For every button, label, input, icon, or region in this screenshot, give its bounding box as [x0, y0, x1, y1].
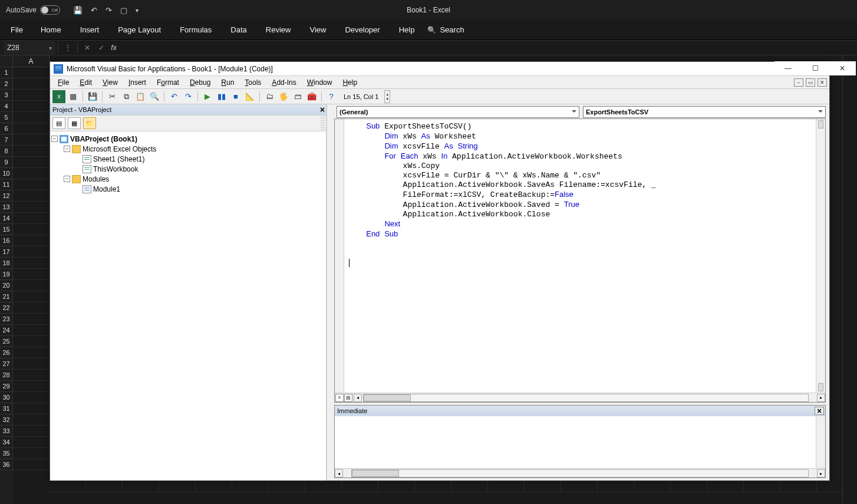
cell[interactable]: [13, 123, 50, 134]
fx-icon[interactable]: fx: [108, 41, 123, 54]
cell[interactable]: [13, 392, 50, 403]
tree-modules[interactable]: Modules: [83, 175, 109, 183]
cell[interactable]: [13, 235, 50, 246]
tab-page-layout[interactable]: Page Layout: [108, 21, 170, 39]
menu-view[interactable]: View: [97, 77, 123, 88]
cell[interactable]: [13, 224, 50, 235]
row-header[interactable]: 4: [0, 101, 13, 112]
procedure-view-icon[interactable]: ≡: [335, 394, 344, 402]
menu-tools[interactable]: Tools: [239, 77, 266, 88]
row-header[interactable]: 1: [0, 67, 13, 78]
cell[interactable]: [13, 179, 50, 190]
cell[interactable]: [13, 269, 50, 280]
expand-icon[interactable]: −: [64, 146, 70, 152]
qat-more-icon[interactable]: ▾: [136, 7, 139, 14]
mdi-minimize-icon[interactable]: –: [794, 78, 803, 87]
row-header[interactable]: 32: [0, 414, 13, 426]
undo-icon-vba[interactable]: ↶: [167, 90, 180, 103]
mdi-restore-icon[interactable]: ▭: [806, 78, 815, 87]
code-margin[interactable]: [335, 119, 344, 393]
cell[interactable]: [13, 157, 50, 168]
row-header[interactable]: 31: [0, 403, 13, 414]
cell[interactable]: [13, 358, 50, 370]
cell[interactable]: [13, 146, 50, 157]
toolbar-overflow-icon[interactable]: ▲▼: [384, 90, 390, 103]
menu-window[interactable]: Window: [302, 77, 338, 88]
row-header[interactable]: 24: [0, 325, 13, 336]
tab-developer[interactable]: Developer: [335, 21, 389, 39]
cell[interactable]: [13, 78, 50, 90]
view-code-icon[interactable]: ▤: [52, 117, 65, 129]
tree-sheet1[interactable]: Sheet1 (Sheet1): [93, 155, 144, 163]
cell[interactable]: [13, 90, 50, 101]
menu-format[interactable]: Format: [151, 77, 184, 88]
cell[interactable]: [13, 101, 50, 112]
immediate-hscrollbar[interactable]: ◂ ▸: [335, 468, 825, 477]
cell[interactable]: [13, 291, 50, 302]
tree-excel-objects[interactable]: Microsoft Excel Objects: [83, 145, 156, 153]
cell[interactable]: [13, 134, 50, 146]
menu-edit[interactable]: Edit: [74, 77, 97, 88]
row-header[interactable]: 30: [0, 392, 13, 403]
run-icon[interactable]: ▶: [201, 90, 214, 103]
window-close-icon[interactable]: ✕: [829, 61, 856, 75]
redo-icon[interactable]: ↷: [106, 6, 112, 15]
row-header[interactable]: 35: [0, 448, 13, 459]
cell[interactable]: [13, 426, 50, 437]
row-header[interactable]: 2: [0, 78, 13, 90]
row-header[interactable]: 5: [0, 112, 13, 123]
code-vscrollbar[interactable]: [816, 119, 825, 393]
row-header[interactable]: 22: [0, 302, 13, 314]
row-header[interactable]: 25: [0, 336, 13, 347]
immediate-vscrollbar[interactable]: [816, 416, 825, 468]
row-header[interactable]: 33: [0, 426, 13, 437]
view-excel-icon[interactable]: X: [52, 90, 65, 103]
immediate-input[interactable]: [335, 416, 816, 468]
row-header[interactable]: 27: [0, 358, 13, 370]
code-text[interactable]: Sub ExportSheetsToCSV() Dim xWs As Works…: [344, 119, 816, 393]
cell[interactable]: [13, 280, 50, 291]
menu-insert[interactable]: Insert: [123, 77, 151, 88]
cell[interactable]: [13, 403, 50, 414]
project-explorer-icon[interactable]: 🗂: [263, 90, 276, 103]
tree-root[interactable]: VBAProject (Book1): [70, 135, 137, 143]
object-dropdown[interactable]: (General): [337, 106, 579, 118]
row-header[interactable]: 14: [0, 213, 13, 224]
vba-titlebar[interactable]: Microsoft Visual Basic for Applications …: [50, 62, 829, 76]
tab-formulas[interactable]: Formulas: [170, 21, 221, 39]
row-header[interactable]: 9: [0, 157, 13, 168]
cell[interactable]: [13, 246, 50, 258]
cell[interactable]: [13, 347, 50, 358]
cell[interactable]: [13, 213, 50, 224]
row-header[interactable]: 23: [0, 314, 13, 325]
tab-view[interactable]: View: [300, 21, 335, 39]
row-header[interactable]: 26: [0, 347, 13, 358]
copy-icon[interactable]: ⧉: [120, 90, 133, 103]
row-header[interactable]: 15: [0, 224, 13, 235]
menu-debug[interactable]: Debug: [184, 77, 216, 88]
insert-module-icon[interactable]: ▦: [67, 90, 80, 103]
cell[interactable]: [13, 314, 50, 325]
cell[interactable]: [13, 437, 50, 448]
row-header[interactable]: 3: [0, 90, 13, 101]
row-header[interactable]: 20: [0, 280, 13, 291]
cell[interactable]: [13, 67, 50, 78]
tab-home[interactable]: Home: [31, 21, 71, 39]
help-icon[interactable]: ?: [325, 90, 338, 103]
row-header[interactable]: 6: [0, 123, 13, 134]
undo-icon[interactable]: ↶: [91, 6, 97, 15]
name-box[interactable]: Z28: [4, 41, 55, 54]
tree-module1[interactable]: Module1: [93, 185, 120, 193]
row-header[interactable]: 17: [0, 246, 13, 258]
save-icon-vba[interactable]: 💾: [86, 90, 99, 103]
namebar-more-icon[interactable]: ⋮: [61, 41, 75, 54]
tab-help[interactable]: Help: [390, 21, 424, 39]
cell[interactable]: [13, 325, 50, 336]
row-header[interactable]: 11: [0, 179, 13, 190]
row-header[interactable]: 28: [0, 370, 13, 381]
row-header[interactable]: 10: [0, 168, 13, 179]
project-explorer-titlebar[interactable]: Project - VBAProject ×: [50, 104, 326, 115]
enter-icon[interactable]: ✓: [94, 41, 108, 54]
paste-icon[interactable]: 📋: [134, 90, 147, 103]
excel-scrollbar[interactable]: [842, 55, 857, 504]
